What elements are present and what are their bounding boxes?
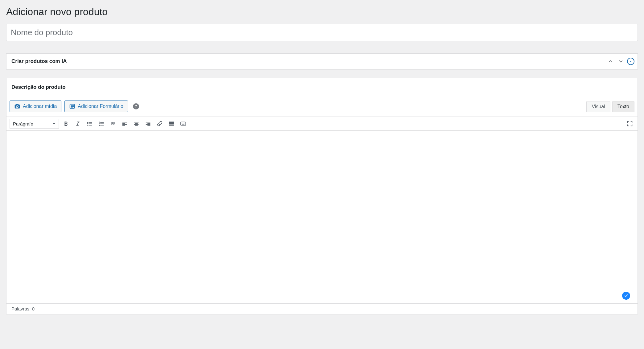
- add-form-button[interactable]: Adicionar Formulário: [64, 101, 128, 112]
- help-icon[interactable]: ?: [133, 103, 139, 109]
- numbered-list-button[interactable]: [97, 119, 106, 128]
- ai-products-box: Criar produtos com IA: [6, 53, 638, 69]
- add-media-label: Adicionar mídia: [23, 104, 57, 109]
- editor-wrap: [6, 131, 638, 303]
- description-box-header: Descrição do produto: [6, 78, 638, 96]
- paragraph-format-select[interactable]: Parágrafo: [10, 119, 59, 129]
- add-media-button[interactable]: Adicionar mídia: [10, 101, 61, 112]
- editor-toolbar-right: [625, 119, 634, 128]
- tab-visual[interactable]: Visual: [586, 101, 610, 112]
- bullet-list-icon: [86, 120, 93, 127]
- insert-more-button[interactable]: [167, 119, 176, 128]
- media-row-left: Adicionar mídia Adicionar Formulário ?: [10, 101, 139, 112]
- bullet-list-button[interactable]: [85, 119, 94, 128]
- align-center-icon: [133, 120, 140, 127]
- ai-products-box-actions: [606, 57, 638, 66]
- chevron-up-icon: [607, 58, 613, 64]
- description-box: Descrição do produto Adicionar mídia Adi…: [6, 78, 638, 314]
- product-name-field-wrap: [6, 24, 638, 41]
- align-left-icon: [121, 120, 128, 127]
- camera-icon: [14, 103, 20, 109]
- ai-products-box-title: Criar produtos com IA: [11, 58, 67, 64]
- page-title: Adicionar novo produto: [6, 0, 638, 24]
- triangle-down-icon: [629, 60, 632, 63]
- description-editor[interactable]: [6, 131, 638, 303]
- toggle-panel-button[interactable]: [627, 58, 634, 65]
- chevron-down-icon: [618, 58, 624, 64]
- add-form-label: Adicionar Formulário: [78, 104, 123, 109]
- editor-toolbar-left: Parágrafo: [10, 119, 188, 129]
- keyboard-icon: [180, 120, 187, 127]
- numbered-list-icon: [98, 120, 105, 127]
- bold-icon: [63, 120, 69, 127]
- align-right-icon: [145, 120, 151, 127]
- align-right-button[interactable]: [143, 119, 153, 128]
- bold-button[interactable]: [61, 119, 71, 128]
- italic-icon: [74, 120, 81, 127]
- align-left-button[interactable]: [120, 119, 129, 128]
- link-icon: [156, 120, 163, 127]
- editor-media-row: Adicionar mídia Adicionar Formulário ? V…: [6, 96, 638, 117]
- read-more-icon: [168, 120, 175, 127]
- word-count-row: Palavras: 0: [6, 303, 638, 314]
- toolbar-toggle-button[interactable]: [179, 119, 188, 128]
- check-icon: [624, 294, 628, 298]
- form-icon: [69, 103, 75, 109]
- product-name-input[interactable]: [6, 24, 638, 41]
- fullscreen-icon: [626, 120, 633, 127]
- align-center-button[interactable]: [132, 119, 141, 128]
- grammar-check-badge[interactable]: [622, 292, 630, 300]
- move-up-button[interactable]: [606, 57, 615, 66]
- paragraph-format-label: Parágrafo: [13, 121, 33, 126]
- quote-icon: [109, 120, 116, 127]
- fullscreen-button[interactable]: [625, 119, 634, 128]
- editor-tabs: Visual Texto: [584, 101, 634, 112]
- editor-toolbar: Parágrafo: [6, 117, 638, 131]
- insert-link-button[interactable]: [155, 119, 164, 128]
- tab-texto[interactable]: Texto: [612, 101, 634, 112]
- move-down-button[interactable]: [617, 57, 625, 66]
- italic-button[interactable]: [73, 119, 82, 128]
- ai-products-box-header: Criar produtos com IA: [6, 54, 638, 69]
- blockquote-button[interactable]: [108, 119, 118, 128]
- word-count-label: Palavras: 0: [11, 306, 35, 311]
- description-box-title: Descrição do produto: [11, 84, 66, 90]
